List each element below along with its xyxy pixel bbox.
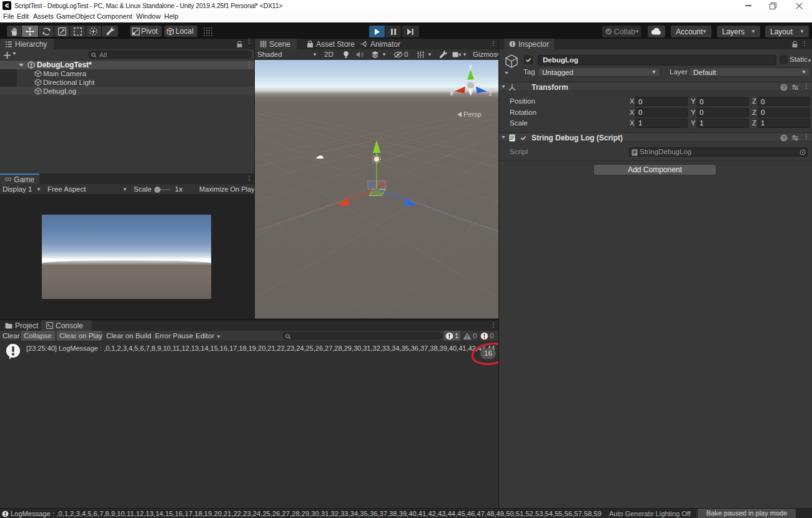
svg-text:Persp: Persp	[463, 110, 482, 118]
svg-text:x: x	[450, 90, 453, 97]
svg-text:y: y	[469, 63, 472, 70]
svg-text:?: ?	[783, 84, 786, 90]
svg-text:?: ?	[783, 135, 786, 141]
svg-text:z: z	[489, 90, 492, 97]
